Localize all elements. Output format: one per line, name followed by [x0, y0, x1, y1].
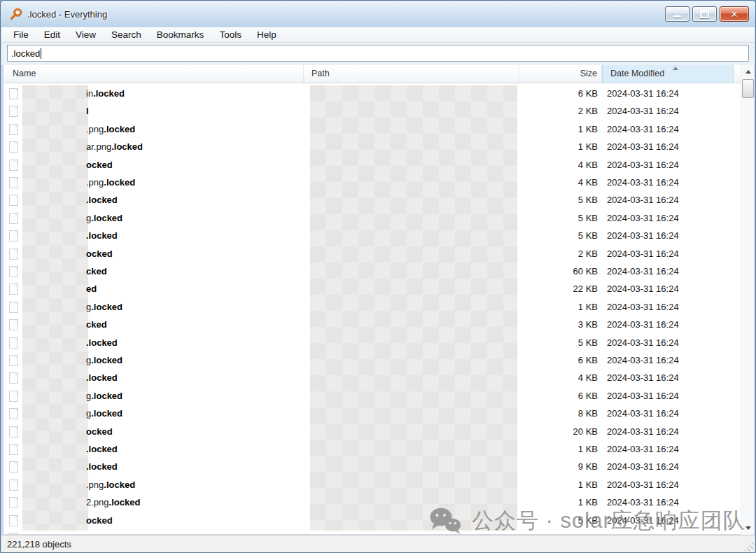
file-icon: [9, 160, 18, 171]
scrollbar-thumb[interactable]: [742, 79, 754, 98]
result-row[interactable]: cked 60 KB 2024-03-31 16:24: [4, 262, 741, 280]
close-button[interactable]: ✕: [720, 6, 749, 22]
result-size: 6 KB: [519, 351, 598, 369]
result-name: ocked: [86, 156, 113, 174]
file-icon: [9, 302, 18, 313]
result-row[interactable]: ocked 5 KB 2024-03-31 16:24: [4, 512, 741, 529]
file-icon: [9, 461, 18, 472]
result-name: ocked: [86, 512, 113, 529]
result-size: 2 KB: [519, 102, 598, 120]
file-icon: [9, 497, 18, 508]
result-row[interactable]: g.locked 1 KB 2024-03-31 16:24: [4, 298, 741, 316]
result-date: 2024-03-31 16:24: [607, 245, 726, 262]
result-size: 1 KB: [519, 493, 598, 511]
file-icon: [9, 141, 18, 153]
resize-grip[interactable]: [744, 542, 753, 551]
scroll-down-button[interactable]: [741, 522, 755, 535]
menu-view[interactable]: View: [68, 28, 104, 41]
result-date: 2024-03-31 16:24: [607, 156, 726, 174]
menu-edit[interactable]: Edit: [36, 28, 68, 41]
result-size: 20 KB: [519, 423, 598, 440]
column-header-date-modified[interactable]: Date Modified: [602, 65, 734, 83]
result-row[interactable]: .locked 4 KB 2024-03-31 16:24: [4, 369, 741, 386]
result-size: 5 KB: [519, 334, 598, 351]
result-row[interactable]: .png.locked 4 KB 2024-03-31 16:24: [4, 174, 741, 191]
result-size: 1 KB: [519, 138, 598, 155]
menu-tools[interactable]: Tools: [211, 28, 249, 41]
result-row[interactable]: in.locked 6 KB 2024-03-31 16:24: [4, 85, 741, 102]
file-icon: [9, 319, 18, 330]
result-row[interactable]: .locked 5 KB 2024-03-31 16:24: [4, 191, 741, 209]
result-size: 6 KB: [519, 85, 598, 102]
result-row[interactable]: ocked 2 KB 2024-03-31 16:24: [4, 245, 741, 262]
arrow-up-icon: [746, 70, 751, 74]
result-size: 1 KB: [519, 298, 598, 316]
result-size: 3 KB: [519, 316, 598, 333]
menu-help[interactable]: Help: [249, 28, 284, 41]
scroll-up-button[interactable]: [741, 65, 755, 78]
result-name: .locked: [86, 458, 118, 475]
result-date: 2024-03-31 16:24: [607, 458, 726, 475]
result-size: 5 KB: [519, 209, 598, 227]
file-icon: [9, 106, 18, 117]
close-icon: ✕: [731, 10, 738, 19]
file-icon: [9, 355, 18, 366]
text-caret: [41, 48, 41, 59]
result-date: 2024-03-31 16:24: [607, 280, 726, 298]
minimize-button[interactable]: [665, 6, 690, 22]
result-row[interactable]: 2.png.locked 1 KB 2024-03-31 16:24: [4, 493, 741, 511]
result-date: 2024-03-31 16:24: [607, 493, 726, 511]
result-size: 2 KB: [519, 245, 598, 262]
result-date: 2024-03-31 16:24: [607, 334, 726, 351]
result-date: 2024-03-31 16:24: [607, 298, 726, 316]
result-row[interactable]: g.locked 8 KB 2024-03-31 16:24: [4, 405, 741, 422]
result-row[interactable]: ocked 4 KB 2024-03-31 16:24: [4, 156, 741, 174]
result-row[interactable]: locked: [4, 529, 741, 535]
file-icon: [9, 284, 18, 295]
file-icon: [9, 230, 18, 241]
result-row[interactable]: .locked 9 KB 2024-03-31 16:24: [4, 458, 741, 475]
result-name: g.locked: [86, 298, 122, 316]
result-row[interactable]: .png.locked 1 KB 2024-03-31 16:24: [4, 476, 741, 493]
file-icon: [9, 444, 18, 455]
menu-file[interactable]: File: [6, 28, 36, 41]
vertical-scrollbar[interactable]: [741, 65, 754, 535]
result-name: ocked: [86, 245, 113, 262]
file-icon: [9, 479, 18, 491]
result-date: 2024-03-31 16:24: [607, 102, 726, 120]
file-icon: [9, 372, 18, 384]
result-row[interactable]: .locked 1 KB 2024-03-31 16:24: [4, 440, 741, 458]
column-header-path[interactable]: Path: [304, 65, 519, 83]
result-row[interactable]: ar.png.locked 1 KB 2024-03-31 16:24: [4, 138, 741, 155]
result-name: .png.locked: [86, 120, 135, 138]
maximize-icon: [700, 10, 709, 18]
result-row[interactable]: g.locked 5 KB 2024-03-31 16:24: [4, 209, 741, 227]
result-name: .locked: [86, 369, 118, 386]
result-row[interactable]: .locked 5 KB 2024-03-31 16:24: [4, 334, 741, 351]
result-name: g.locked: [86, 209, 122, 227]
result-row[interactable]: .locked 5 KB 2024-03-31 16:24: [4, 227, 741, 244]
result-row[interactable]: .png.locked 1 KB 2024-03-31 16:24: [4, 120, 741, 138]
search-input[interactable]: .locked: [7, 45, 749, 62]
result-date: 2024-03-31 16:24: [607, 512, 726, 529]
result-date: 2024-03-31 16:24: [607, 120, 726, 138]
result-row[interactable]: l 2 KB 2024-03-31 16:24: [4, 102, 741, 120]
result-row[interactable]: g.locked 6 KB 2024-03-31 16:24: [4, 387, 741, 405]
result-row[interactable]: cked 3 KB 2024-03-31 16:24: [4, 316, 741, 333]
result-row[interactable]: g.locked 6 KB 2024-03-31 16:24: [4, 351, 741, 369]
file-icon: [9, 337, 18, 349]
result-name: l: [86, 102, 89, 120]
result-name: g.locked: [86, 405, 122, 422]
title-bar[interactable]: .locked - Everything ✕: [1, 1, 755, 27]
column-header-date-label: Date Modified: [610, 69, 664, 78]
result-size: 6 KB: [519, 387, 598, 405]
result-row[interactable]: ed 22 KB 2024-03-31 16:24: [4, 280, 741, 298]
result-date: 2024-03-31 16:24: [607, 423, 726, 440]
menu-search[interactable]: Search: [104, 28, 149, 41]
column-header-size[interactable]: Size: [519, 65, 602, 83]
column-header-name[interactable]: Name: [4, 65, 304, 83]
result-name: 2.png.locked: [86, 493, 140, 511]
menu-bookmarks[interactable]: Bookmarks: [149, 28, 212, 41]
maximize-button[interactable]: [692, 6, 717, 22]
result-row[interactable]: ocked 20 KB 2024-03-31 16:24: [4, 423, 741, 440]
